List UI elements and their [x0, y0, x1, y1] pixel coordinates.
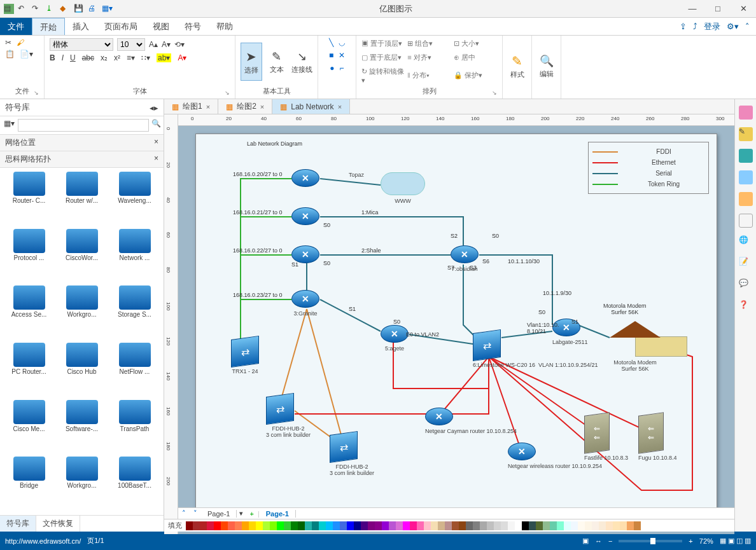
color-swatch[interactable]: [543, 521, 550, 530]
menu-tab-pagelayout[interactable]: 页面布局: [97, 18, 145, 35]
shape-item[interactable]: CiscoWor...: [57, 229, 107, 284]
menu-file[interactable]: 文件: [0, 18, 32, 35]
shape-item[interactable]: Workgro...: [57, 285, 107, 340]
section-close-icon[interactable]: ×: [154, 137, 158, 148]
circle-shape-icon[interactable]: ●: [330, 64, 334, 72]
italic-button[interactable]: I: [62, 53, 64, 62]
color-swatch[interactable]: [277, 521, 284, 530]
center-button[interactable]: ⊕ 居中: [454, 53, 497, 62]
color-swatch[interactable]: [312, 521, 319, 530]
page-nav-up-icon[interactable]: ˄: [178, 509, 190, 518]
color-swatch[interactable]: [494, 521, 501, 530]
color-swatch[interactable]: [564, 521, 571, 530]
close-icon[interactable]: ×: [260, 103, 264, 111]
color-swatch[interactable]: [235, 521, 242, 530]
color-swatch[interactable]: [627, 521, 634, 530]
diagram-node-topaz[interactable]: Topaz: [349, 169, 364, 178]
menu-tab-help[interactable]: 帮助: [209, 18, 241, 35]
subscript-button[interactable]: x₂: [101, 53, 108, 62]
search-icon[interactable]: 🔍: [151, 119, 161, 132]
color-swatch[interactable]: [410, 521, 417, 530]
library-search-input[interactable]: [18, 119, 149, 132]
color-swatch[interactable]: [459, 521, 466, 530]
color-swatch[interactable]: [431, 521, 438, 530]
color-swatch[interactable]: [368, 521, 375, 530]
color-swatch[interactable]: [480, 521, 487, 530]
color-swatch[interactable]: [599, 521, 606, 530]
image-panel-icon[interactable]: [739, 170, 753, 184]
section-cisco-topology[interactable]: 思科网络拓扑: [5, 154, 51, 165]
color-swatch[interactable]: [529, 521, 536, 530]
bring-front-button[interactable]: ▣ 置于顶层▾: [361, 39, 405, 48]
color-swatch[interactable]: [403, 521, 410, 530]
color-swatch[interactable]: [186, 521, 193, 530]
color-swatch[interactable]: [319, 521, 326, 530]
color-swatch[interactable]: [305, 521, 312, 530]
shape-item[interactable]: Cisco Hub: [57, 343, 107, 397]
diagram-node-r4[interactable]: 3:Granite: [291, 290, 319, 317]
bullets-icon[interactable]: ∷▾: [141, 53, 150, 62]
menu-tab-insert[interactable]: 插入: [65, 18, 97, 35]
diagram-page[interactable]: Lab Network Diagram FDDIEthernetSerialTo…: [195, 134, 717, 509]
qat-new-icon[interactable]: ▤: [4, 4, 14, 14]
color-swatch[interactable]: [585, 521, 592, 530]
view-full-icon[interactable]: ▣: [582, 537, 589, 545]
color-swatch[interactable]: [326, 521, 333, 530]
select-tool-button[interactable]: ➤选择: [241, 43, 262, 81]
fontcolor-icon[interactable]: A▾: [178, 53, 186, 62]
canvas[interactable]: Lab Network Diagram FDDIEthernetSerialTo…: [178, 126, 734, 534]
shape-item[interactable]: Router- C...: [4, 172, 54, 226]
color-swatch[interactable]: [389, 521, 396, 530]
shape-item[interactable]: NetFlow ...: [109, 343, 160, 397]
diagram-node-sw1[interactable]: TRX1 - 24: [231, 338, 259, 375]
view-modes-icon[interactable]: ▦ ▣ ◫ ▥: [720, 537, 751, 545]
arc-shape-icon[interactable]: ◡: [339, 38, 345, 47]
color-swatch[interactable]: [270, 521, 277, 530]
star-shape-icon[interactable]: ✕: [339, 51, 345, 60]
color-swatch[interactable]: [452, 521, 459, 530]
color-swatch[interactable]: [382, 521, 389, 530]
highlight-icon[interactable]: ab▾: [157, 53, 171, 62]
doc-tab-1[interactable]: ▦绘图1×: [164, 99, 218, 114]
qat-save-icon[interactable]: 💾: [74, 4, 84, 14]
shape-item[interactable]: Waveleng...: [109, 172, 160, 226]
qat-undo-icon[interactable]: ↶: [18, 4, 28, 14]
shape-item[interactable]: Router w/...: [57, 172, 107, 226]
menu-tab-view[interactable]: 视图: [145, 18, 177, 35]
status-link[interactable]: http://www.edrawsoft.cn/: [5, 537, 81, 545]
color-swatch[interactable]: [634, 521, 641, 530]
size-button[interactable]: ⊡ 大小▾: [454, 39, 497, 48]
color-swatch[interactable]: [501, 521, 508, 530]
color-swatch[interactable]: [536, 521, 543, 530]
bottom-tab-library[interactable]: 符号库: [0, 516, 36, 532]
diagram-node-r6[interactable]: 5:agete: [381, 325, 409, 352]
close-icon[interactable]: ×: [338, 103, 342, 111]
color-swatch[interactable]: [445, 521, 452, 530]
color-swatch[interactable]: [333, 521, 340, 530]
layer-panel-icon[interactable]: [739, 192, 753, 206]
text-direction-icon[interactable]: ⟲▾: [174, 40, 185, 49]
shape-item[interactable]: TransPath: [109, 400, 160, 455]
color-swatch[interactable]: [193, 521, 200, 530]
color-swatch[interactable]: [256, 521, 263, 530]
crop-shape-icon[interactable]: ⌐: [340, 64, 344, 72]
color-swatch[interactable]: [417, 521, 424, 530]
shape-item[interactable]: PC Router...: [4, 343, 54, 397]
color-swatch[interactable]: [263, 521, 270, 530]
shape-item[interactable]: Access Se...: [4, 285, 54, 340]
maximize-button[interactable]: □: [705, 0, 731, 18]
qat-redo-icon[interactable]: ↷: [32, 4, 42, 14]
color-swatch[interactable]: [340, 521, 347, 530]
color-swatch[interactable]: [242, 521, 249, 530]
menu-tab-symbol[interactable]: 符号: [177, 18, 209, 35]
style-button[interactable]: ✎样式: [508, 48, 526, 86]
color-swatch[interactable]: [473, 521, 480, 530]
color-swatch[interactable]: [228, 521, 235, 530]
distribute-button[interactable]: ⫴ 分布▾: [407, 71, 451, 80]
underline-button[interactable]: U: [70, 53, 76, 62]
font-name-select[interactable]: 楷体: [50, 38, 113, 51]
bottom-tab-recovery[interactable]: 文件恢复: [36, 516, 80, 532]
diagram-node-r3[interactable]: [291, 245, 319, 263]
diagram-node-srv2[interactable]: Fugu 10.10.8.4: [638, 414, 677, 461]
color-swatch[interactable]: [284, 521, 291, 530]
